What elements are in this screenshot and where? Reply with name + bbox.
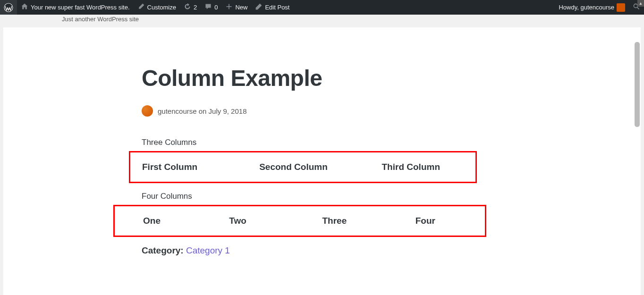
column-3: Third Column (342, 162, 464, 172)
column-2: Two (201, 216, 287, 226)
wp-admin-bar: Your new super fast WordPress site. Cust… (0, 0, 644, 15)
column-1: One (127, 216, 201, 226)
customize-label: Customize (147, 4, 176, 11)
new-label: New (235, 4, 247, 11)
pencil-icon (255, 3, 263, 12)
post-meta: gutencourse on July 9, 2018 (142, 105, 491, 117)
refresh-icon (184, 3, 191, 12)
column-4: Four (380, 216, 473, 226)
howdy-label: Howdy, gutencourse (559, 4, 614, 11)
brush-icon (137, 3, 145, 12)
new-content-menu[interactable]: New (221, 0, 251, 15)
three-columns-label: Three Columns (142, 138, 491, 147)
site-tagline: Just another WordPress site (0, 15, 644, 27)
wordpress-logo-icon (4, 3, 13, 12)
column-2: Second Column (240, 162, 342, 172)
author-link[interactable]: gutencourse (158, 107, 197, 115)
post-date[interactable]: July 9, 2018 (209, 107, 247, 115)
comments-count: 0 (214, 4, 218, 11)
plus-icon (225, 3, 233, 12)
svg-point-0 (4, 3, 13, 12)
category-link[interactable]: Category 1 (186, 245, 230, 255)
home-icon (21, 3, 28, 12)
three-columns-block: First Column Second Column Third Column (129, 151, 477, 183)
scroll-up-button[interactable]: ▲ (637, 0, 644, 7)
customize-menu[interactable]: Customize (134, 0, 180, 15)
my-account-menu[interactable]: Howdy, gutencourse (555, 0, 629, 15)
site-name-label: Your new super fast WordPress site. (31, 4, 130, 11)
user-avatar-icon (617, 3, 625, 12)
post-title: Column Example (142, 65, 491, 91)
post-content: Column Example gutencourse on July 9, 20… (142, 65, 491, 256)
four-columns-block: One Two Three Four (113, 205, 486, 237)
category-label: Category: (142, 245, 184, 255)
wp-logo-menu[interactable] (0, 0, 17, 15)
admin-bar-right: Howdy, gutencourse (555, 0, 644, 15)
four-columns-label: Four Columns (142, 192, 491, 201)
category-line: Category: Category 1 (142, 245, 491, 256)
comments-menu[interactable]: 0 (201, 0, 221, 15)
column-3: Three (287, 216, 380, 226)
edit-post-label: Edit Post (265, 4, 289, 11)
meta-on: on (199, 107, 207, 115)
updates-menu[interactable]: 2 (180, 0, 201, 15)
site-name-menu[interactable]: Your new super fast WordPress site. (17, 0, 134, 15)
post-meta-text: gutencourse on July 9, 2018 (158, 107, 246, 115)
column-1: First Column (142, 162, 240, 172)
admin-bar-left: Your new super fast WordPress site. Cust… (0, 0, 293, 15)
updates-count: 2 (194, 4, 197, 11)
edit-post-menu[interactable]: Edit Post (251, 0, 293, 15)
comment-icon (204, 3, 212, 12)
content-area: Column Example gutencourse on July 9, 20… (3, 27, 641, 295)
author-avatar-icon (142, 105, 153, 117)
scrollbar-thumb[interactable] (635, 42, 640, 127)
